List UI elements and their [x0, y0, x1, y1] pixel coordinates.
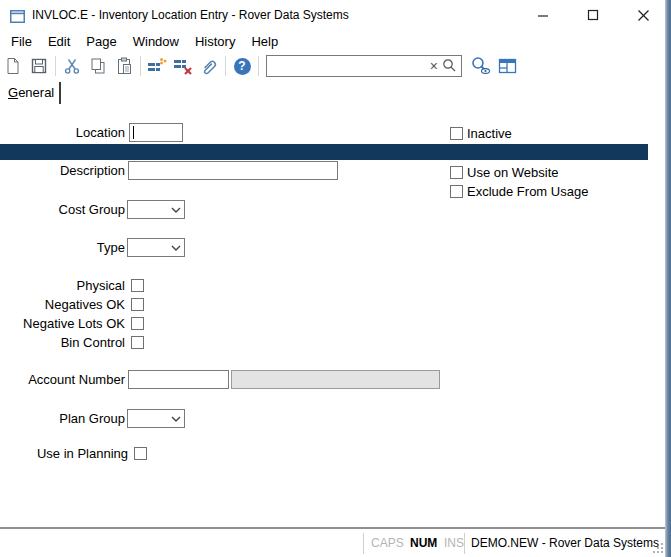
form-view-icon [497, 56, 518, 76]
window-right-border [665, 0, 671, 557]
form-view-button[interactable] [494, 54, 520, 78]
type-select[interactable] [127, 238, 185, 257]
tab-cursor-bar [59, 82, 61, 104]
chevron-down-icon [171, 245, 181, 252]
type-label: Type [0, 238, 125, 257]
inactive-label: Inactive [467, 124, 512, 143]
maximize-icon [587, 9, 599, 21]
toolbar-separator [225, 56, 226, 76]
toolbar: ? × [0, 52, 660, 80]
status-bar: CAPS NUM INS DEMO.NEW - Rover Data Syste… [0, 530, 665, 557]
chevron-down-icon [171, 416, 181, 423]
copy-icon [88, 56, 108, 76]
app-window: INVLOC.E - Inventory Location Entry - Ro… [0, 0, 671, 557]
delete-record-icon [172, 56, 194, 76]
new-record-button[interactable] [0, 54, 26, 78]
menu-window[interactable]: Window [132, 33, 180, 50]
tab-general-accel: G [8, 85, 18, 100]
physical-label: Physical [0, 276, 125, 295]
insert-record-icon [146, 56, 168, 76]
inactive-checkbox[interactable] [450, 127, 463, 140]
ins-indicator: INS [444, 530, 464, 557]
cut-button[interactable] [59, 54, 85, 78]
use-in-planning-label: Use in Planning [0, 444, 128, 463]
lookup-button[interactable] [468, 54, 494, 78]
insert-record-button[interactable] [144, 54, 170, 78]
section-divider-band [0, 144, 648, 160]
toolbar-separator [258, 56, 259, 76]
account-number-label: Account Number [0, 370, 125, 389]
close-button[interactable] [622, 0, 664, 30]
toolbar-separator [140, 56, 141, 76]
tab-general-label: eneral [18, 85, 54, 100]
paste-icon [114, 56, 134, 76]
search-icon[interactable] [442, 58, 457, 77]
cost-group-select[interactable] [127, 200, 185, 219]
cost-group-label: Cost Group [0, 200, 125, 219]
resize-grip[interactable] [651, 541, 665, 557]
title-bar[interactable]: INVLOC.E - Inventory Location Entry - Ro… [0, 0, 665, 30]
copy-button[interactable] [85, 54, 111, 78]
negative-lots-ok-checkbox[interactable] [131, 317, 144, 330]
save-button[interactable] [26, 54, 52, 78]
menu-help[interactable]: Help [250, 33, 279, 50]
minimize-button[interactable] [522, 0, 564, 30]
account-description-display [231, 370, 440, 389]
num-indicator: NUM [410, 530, 437, 557]
menu-file[interactable]: File [10, 33, 33, 50]
description-label: Description [0, 161, 125, 180]
caps-indicator: CAPS [371, 530, 404, 557]
new-document-icon [3, 56, 23, 76]
statusbar-divider [363, 533, 364, 554]
statusbar-divider [464, 533, 465, 554]
use-in-planning-checkbox[interactable] [134, 447, 147, 460]
account-number-input[interactable] [128, 370, 229, 389]
chevron-down-icon [171, 207, 181, 214]
menu-history[interactable]: History [194, 33, 236, 50]
clear-search-icon[interactable]: × [430, 57, 438, 75]
description-input[interactable] [128, 161, 338, 180]
text-caret [133, 126, 134, 139]
use-on-website-label: Use on Website [467, 163, 559, 182]
close-icon [637, 9, 650, 22]
bin-control-label: Bin Control [0, 333, 125, 352]
minimize-icon [537, 9, 549, 21]
menu-page[interactable]: Page [85, 33, 117, 50]
negatives-ok-checkbox[interactable] [131, 298, 144, 311]
cut-icon [62, 56, 82, 76]
use-on-website-checkbox[interactable] [450, 166, 463, 179]
tab-general[interactable]: General [8, 85, 54, 100]
location-label: Location [0, 123, 125, 142]
paperclip-icon [199, 56, 219, 76]
session-context: DEMO.NEW - Rover Data Systems [471, 530, 659, 557]
resize-grip-icon [651, 541, 665, 555]
help-icon: ? [234, 58, 251, 75]
plan-group-select[interactable] [127, 409, 185, 428]
lookup-eye-icon [470, 56, 492, 76]
physical-checkbox[interactable] [131, 279, 144, 292]
exclude-from-usage-checkbox[interactable] [450, 185, 463, 198]
negatives-ok-label: Negatives OK [0, 295, 125, 314]
plan-group-label: Plan Group [0, 409, 125, 428]
app-icon [10, 9, 25, 27]
attachment-button[interactable] [196, 54, 222, 78]
statusbar-top-line [0, 527, 665, 529]
maximize-button[interactable] [572, 0, 614, 30]
negative-lots-ok-label: Negative Lots OK [0, 314, 125, 333]
menu-edit[interactable]: Edit [47, 33, 71, 50]
location-input[interactable] [129, 123, 183, 142]
window-title: INVLOC.E - Inventory Location Entry - Ro… [32, 0, 349, 30]
search-box: × [266, 55, 462, 77]
bin-control-checkbox[interactable] [131, 336, 144, 349]
delete-record-button[interactable] [170, 54, 196, 78]
paste-button[interactable] [111, 54, 137, 78]
help-button[interactable]: ? [229, 54, 255, 78]
exclude-from-usage-label: Exclude From Usage [467, 182, 588, 201]
toolbar-separator [55, 56, 56, 76]
save-icon [29, 56, 49, 76]
menu-bar: File Edit Page Window History Help [0, 30, 670, 53]
